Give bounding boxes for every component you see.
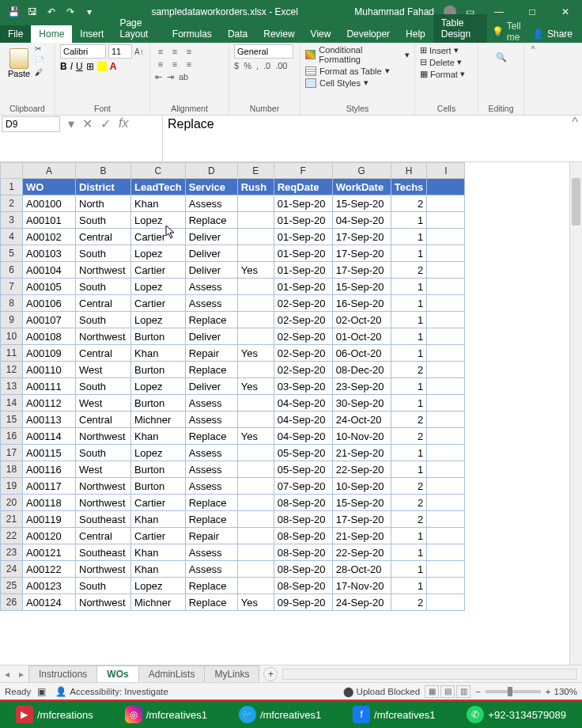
sheet-tab-instructions[interactable]: Instructions xyxy=(28,665,97,683)
cell[interactable]: 04-Sep-20 xyxy=(274,395,332,411)
row-header-25[interactable]: 25 xyxy=(1,578,23,594)
cell[interactable] xyxy=(237,528,274,544)
cell[interactable] xyxy=(427,411,465,428)
cell[interactable]: Assess xyxy=(185,411,237,428)
upload-status[interactable]: ⬤ Upload Blocked xyxy=(343,686,420,697)
cell[interactable]: 30-Sep-20 xyxy=(332,395,391,411)
cell[interactable]: 05-Sep-20 xyxy=(274,461,332,478)
cell[interactable]: 1 xyxy=(391,245,427,262)
cell[interactable] xyxy=(427,362,465,378)
zoom-in-icon[interactable]: + xyxy=(546,687,551,696)
cell[interactable]: Assess xyxy=(185,461,237,478)
tab-help[interactable]: Help xyxy=(398,25,433,43)
tab-developer[interactable]: Developer xyxy=(338,25,398,43)
cell[interactable]: A00101 xyxy=(23,212,76,229)
increase-indent-icon[interactable]: ⇥ xyxy=(167,72,174,82)
cell[interactable]: A00121 xyxy=(23,544,76,561)
decrease-indent-icon[interactable]: ⇤ xyxy=(155,72,162,82)
cell[interactable]: Replace xyxy=(185,594,237,611)
cell[interactable]: Lopez xyxy=(131,378,186,395)
cell[interactable]: A00104 xyxy=(23,262,76,279)
cell[interactable]: 1 xyxy=(391,578,427,594)
cell[interactable]: A00105 xyxy=(23,279,76,295)
cell[interactable]: A00110 xyxy=(23,362,76,378)
select-all-corner[interactable] xyxy=(1,163,23,179)
row-header-22[interactable]: 22 xyxy=(1,528,23,544)
tab-data[interactable]: Data xyxy=(220,25,255,43)
cell[interactable]: A00118 xyxy=(23,495,76,511)
table-header-cell[interactable]: WO xyxy=(23,179,76,195)
redo-icon[interactable]: ↷ xyxy=(63,5,77,19)
cell[interactable]: 16-Sep-20 xyxy=(332,295,391,312)
cell[interactable]: A00119 xyxy=(23,511,76,528)
cell[interactable]: Replace xyxy=(185,578,237,594)
cell[interactable]: A00111 xyxy=(23,378,76,395)
tab-insert[interactable]: Insert xyxy=(72,25,111,43)
cell[interactable]: 01-Sep-20 xyxy=(274,245,332,262)
cell[interactable]: 08-Sep-20 xyxy=(274,578,332,594)
qat-more-icon[interactable]: ▾ xyxy=(82,5,96,19)
cell[interactable]: Northwest xyxy=(76,594,131,611)
cell[interactable]: 24-Sep-20 xyxy=(332,594,391,611)
table-header-cell[interactable]: ReqDate xyxy=(274,179,332,195)
cell[interactable]: 07-Sep-20 xyxy=(274,478,332,495)
share-button[interactable]: 👤 Share xyxy=(523,25,582,43)
cell[interactable] xyxy=(237,328,274,345)
cell[interactable]: A00102 xyxy=(23,229,76,245)
save-icon[interactable]: 🖫 xyxy=(25,5,40,19)
cell[interactable]: Repair xyxy=(185,528,237,544)
cell[interactable] xyxy=(237,362,274,378)
cell[interactable] xyxy=(237,312,274,328)
cell[interactable]: South xyxy=(76,312,131,328)
cell[interactable] xyxy=(237,279,274,295)
comma-icon[interactable]: , xyxy=(256,61,259,70)
row-header-16[interactable]: 16 xyxy=(1,428,23,445)
align-top-icon[interactable]: ≡ xyxy=(155,46,166,57)
cell[interactable]: 24-Oct-20 xyxy=(332,411,391,428)
cell[interactable]: Replace xyxy=(185,511,237,528)
cell[interactable]: 04-Sep-20 xyxy=(274,428,332,445)
minimize-button[interactable]: — xyxy=(482,6,516,17)
row-header-12[interactable]: 12 xyxy=(1,362,23,378)
number-format-select[interactable] xyxy=(234,44,293,59)
cell[interactable] xyxy=(427,345,465,362)
row-header-7[interactable]: 7 xyxy=(1,279,23,295)
cell[interactable] xyxy=(427,461,465,478)
cell[interactable]: Cartier xyxy=(131,229,186,245)
cell[interactable]: Lopez xyxy=(131,212,186,229)
cell[interactable] xyxy=(427,279,465,295)
tab-file[interactable]: File xyxy=(0,25,31,43)
col-header-C[interactable]: C xyxy=(131,163,186,179)
row-header-6[interactable]: 6 xyxy=(1,262,23,279)
sheet-tab-adminlists[interactable]: AdminLists xyxy=(138,665,206,683)
cell[interactable]: 01-Oct-20 xyxy=(332,328,391,345)
cell[interactable]: Assess xyxy=(185,295,237,312)
cell[interactable]: 01-Sep-20 xyxy=(274,279,332,295)
cell[interactable]: 15-Sep-20 xyxy=(332,195,391,212)
cell[interactable]: 05-Sep-20 xyxy=(274,445,332,461)
row-header-17[interactable]: 17 xyxy=(1,445,23,461)
cell[interactable]: Burton xyxy=(131,478,186,495)
cell[interactable]: A00107 xyxy=(23,312,76,328)
cell[interactable]: Northwest xyxy=(76,495,131,511)
align-center-icon[interactable]: ≡ xyxy=(169,59,180,70)
cell[interactable] xyxy=(427,511,465,528)
name-box[interactable] xyxy=(2,116,60,132)
cell[interactable]: Assess xyxy=(185,544,237,561)
cell[interactable] xyxy=(237,461,274,478)
table-header-cell[interactable]: Techs xyxy=(391,179,427,195)
font-name-input[interactable] xyxy=(60,44,106,59)
cell[interactable]: Repair xyxy=(185,345,237,362)
align-left-icon[interactable]: ≡ xyxy=(155,59,166,70)
font-color-icon[interactable]: A xyxy=(110,61,117,72)
table-header-cell[interactable]: WorkDate xyxy=(332,179,391,195)
cell[interactable] xyxy=(237,229,274,245)
tab-page-layout[interactable]: Page Layout xyxy=(111,14,164,43)
tab-home[interactable]: Home xyxy=(31,25,72,43)
cell[interactable] xyxy=(237,544,274,561)
format-as-table-button[interactable]: Format as Table ▾ xyxy=(305,65,410,77)
cell[interactable]: 2 xyxy=(391,262,427,279)
zoom-value[interactable]: 130% xyxy=(554,687,577,696)
cell[interactable]: South xyxy=(76,378,131,395)
cell[interactable]: 17-Nov-20 xyxy=(332,578,391,594)
